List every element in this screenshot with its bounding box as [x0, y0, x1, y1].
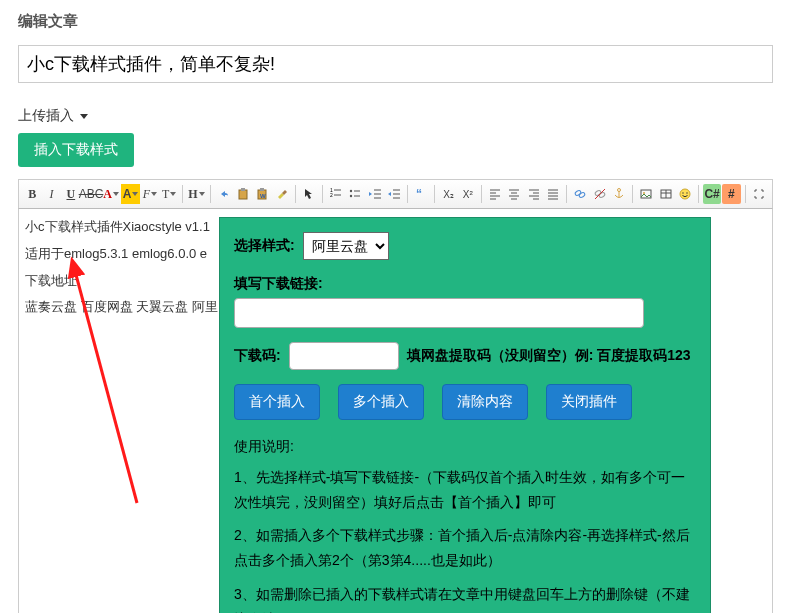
code-hash-button[interactable]: #: [722, 184, 740, 204]
image-button[interactable]: [637, 184, 655, 204]
editor-content-area[interactable]: 小c下载样式插件Xiaocstyle v1.1 适用于emlog5.3.1 em…: [18, 209, 773, 613]
annotation-arrow-icon: [37, 253, 187, 513]
download-code-label: 下载码:: [234, 346, 281, 366]
svg-rect-3: [260, 188, 264, 191]
select-style-label: 选择样式:: [234, 236, 295, 256]
svg-rect-45: [661, 190, 671, 198]
multi-insert-button[interactable]: 多个插入: [338, 384, 424, 420]
table-button[interactable]: [656, 184, 674, 204]
insert-download-style-button[interactable]: 插入下载样式: [18, 133, 134, 167]
clear-format-button[interactable]: [272, 184, 290, 204]
svg-point-41: [617, 189, 620, 192]
undo-button[interactable]: [214, 184, 232, 204]
svg-point-9: [350, 190, 352, 192]
highlight-button[interactable]: A: [121, 184, 139, 204]
upload-insert-label: 上传插入: [18, 107, 74, 123]
instruction-item: 1、先选择样式-填写下载链接-（下载码仅首个插入时生效，如有多个可一次性填完，没…: [234, 465, 696, 515]
instruction-item: 2、如需插入多个下载样式步骤：首个插入后-点清除内容-再选择样式-然后点击多个插…: [234, 523, 696, 573]
download-link-label: 填写下载链接:: [234, 274, 323, 294]
font-color-button[interactable]: A: [102, 184, 120, 204]
svg-text:W: W: [260, 193, 266, 199]
close-plugin-button[interactable]: 关闭插件: [546, 384, 632, 420]
editor-toolbar: B I U ABC A A F T H W 12 “ X₂ X² C# #: [18, 179, 773, 209]
ordered-list-button[interactable]: 12: [327, 184, 345, 204]
fullscreen-button[interactable]: [749, 184, 767, 204]
cursor-select-button[interactable]: [300, 184, 318, 204]
italic-button[interactable]: I: [42, 184, 60, 204]
instructions-title: 使用说明:: [234, 434, 696, 459]
svg-point-48: [680, 189, 690, 199]
first-insert-button[interactable]: 首个插入: [234, 384, 320, 420]
paste-word-button[interactable]: W: [253, 184, 271, 204]
svg-point-10: [350, 195, 352, 197]
anchor-button[interactable]: [610, 184, 628, 204]
unlink-button[interactable]: [590, 184, 608, 204]
superscript-button[interactable]: X²: [459, 184, 477, 204]
font-family-button[interactable]: F: [141, 184, 159, 204]
download-code-input[interactable]: [289, 342, 399, 370]
unordered-list-button[interactable]: [346, 184, 364, 204]
align-justify-button[interactable]: [544, 184, 562, 204]
article-title-input[interactable]: [18, 45, 773, 83]
bold-button[interactable]: B: [23, 184, 41, 204]
align-left-button[interactable]: [486, 184, 504, 204]
svg-rect-0: [239, 190, 247, 199]
svg-point-44: [643, 192, 645, 194]
svg-point-38: [594, 190, 601, 196]
svg-text:“: “: [416, 187, 422, 201]
emoji-button[interactable]: [676, 184, 694, 204]
align-center-button[interactable]: [505, 184, 523, 204]
strikethrough-button[interactable]: ABC: [81, 184, 101, 204]
svg-point-50: [686, 192, 687, 193]
instructions-block: 使用说明: 1、先选择样式-填写下载链接-（下载码仅首个插入时生效，如有多个可一…: [234, 434, 696, 613]
outdent-button[interactable]: [366, 184, 384, 204]
clear-content-button[interactable]: 清除内容: [442, 384, 528, 420]
svg-point-49: [682, 192, 683, 193]
font-size-button[interactable]: T: [160, 184, 178, 204]
heading-button[interactable]: H: [187, 184, 205, 204]
blockquote-button[interactable]: “: [412, 184, 430, 204]
style-select[interactable]: 阿里云盘: [303, 232, 389, 260]
paste-button[interactable]: [234, 184, 252, 204]
download-link-input[interactable]: [234, 298, 644, 328]
svg-text:1: 1: [330, 187, 333, 193]
svg-point-36: [575, 190, 582, 196]
svg-rect-2: [258, 190, 266, 199]
page-title: 编辑文章: [18, 8, 773, 45]
svg-text:2: 2: [330, 192, 333, 198]
indent-button[interactable]: [385, 184, 403, 204]
download-style-plugin-modal: 选择样式: 阿里云盘 填写下载链接: 下载码: 填网盘提取码（没则留空）例: 百…: [219, 217, 711, 613]
svg-line-40: [595, 189, 605, 199]
code-csharp-button[interactable]: C#: [703, 184, 721, 204]
align-right-button[interactable]: [525, 184, 543, 204]
link-button[interactable]: [571, 184, 589, 204]
chevron-down-icon: [80, 114, 88, 119]
underline-button[interactable]: U: [62, 184, 80, 204]
svg-point-39: [598, 192, 605, 198]
instruction-item: 3、如需删除已插入的下载样式请在文章中用键盘回车上方的删除键（不建议全选）: [234, 582, 696, 613]
subscript-button[interactable]: X₂: [439, 184, 457, 204]
upload-insert-dropdown[interactable]: 上传插入: [18, 107, 773, 125]
svg-rect-1: [241, 188, 245, 191]
svg-rect-43: [641, 190, 651, 198]
download-code-hint: 填网盘提取码（没则留空）例: 百度提取码123: [407, 346, 691, 366]
svg-point-37: [579, 192, 586, 198]
